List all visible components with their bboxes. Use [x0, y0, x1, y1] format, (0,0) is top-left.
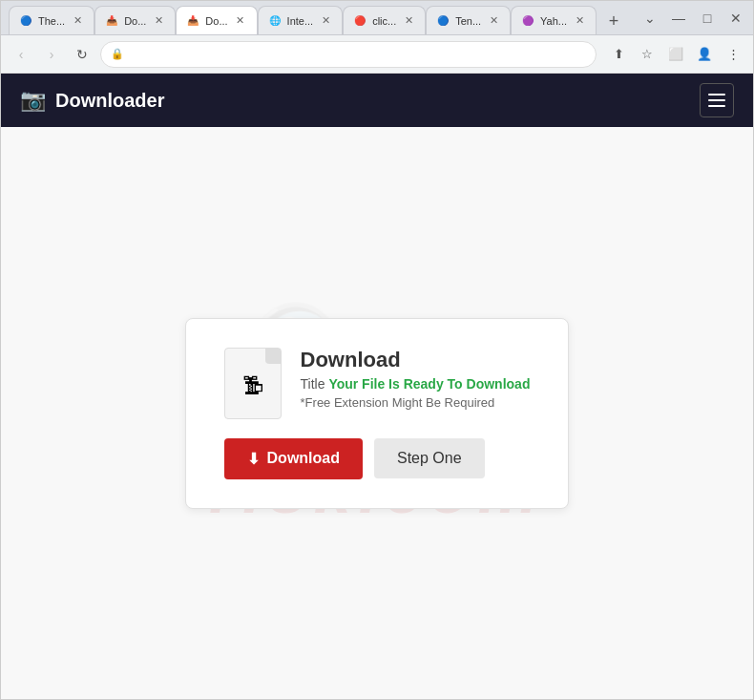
browser-window: 🔵 The... ✕ 📥 Do... ✕ 📥 Do... ✕ 🌐 Inte...…: [0, 0, 754, 700]
share-icon[interactable]: ⬆: [606, 42, 631, 67]
download-button[interactable]: ⬇ Download: [224, 438, 363, 479]
hamburger-line-2: [708, 99, 725, 101]
tab-4-favicon: 🌐: [268, 14, 282, 28]
profile-icon[interactable]: 👤: [692, 42, 717, 67]
zip-icon: 🗜: [242, 374, 263, 399]
tab-2-favicon: 📥: [105, 14, 118, 28]
extensions-icon[interactable]: ⬜: [663, 42, 688, 67]
title-bar: 🔵 The... ✕ 📥 Do... ✕ 📥 Do... ✕ 🌐 Inte...…: [1, 1, 753, 35]
card-title: Download: [301, 348, 531, 372]
tab-6-label: Ten...: [455, 15, 481, 27]
tab-7-close[interactable]: ✕: [573, 14, 586, 28]
hamburger-line-1: [708, 94, 725, 95]
card-top: 🗜 Download Title Your File Is Ready To D…: [224, 348, 531, 419]
back-button[interactable]: ‹: [9, 42, 33, 67]
address-bar[interactable]: 🔒: [100, 41, 597, 68]
address-bar-row: ‹ › ↻ 🔒 ⬆ ☆ ⬜ 👤 ⋮: [1, 35, 753, 74]
card-note: *Free Extension Might Be Required: [301, 395, 531, 410]
download-card: 🗜 Download Title Your File Is Ready To D…: [185, 318, 570, 509]
bookmark-icon[interactable]: ☆: [635, 42, 660, 67]
hamburger-button[interactable]: [700, 83, 734, 117]
tab-7-label: Yah...: [540, 15, 567, 27]
tab-3-favicon: 📥: [186, 14, 199, 28]
tab-1[interactable]: 🔵 The... ✕: [9, 6, 94, 34]
hamburger-line-3: [708, 105, 725, 107]
subtitle-prefix: Title: [301, 376, 329, 392]
tab-1-close[interactable]: ✕: [71, 14, 84, 28]
app-brand: 📷 Downloader: [20, 88, 164, 113]
menu-icon[interactable]: ⋮: [721, 42, 745, 67]
tab-6[interactable]: 🔵 Ten... ✕: [426, 6, 511, 34]
card-subtitle: Title Your File Is Ready To Download: [301, 376, 531, 392]
tab-3-label: Do...: [205, 15, 227, 27]
new-tab-button[interactable]: +: [600, 8, 627, 34]
tab-7-favicon: 🟣: [521, 14, 534, 28]
tab-5[interactable]: 🔴 clic... ✕: [343, 6, 426, 34]
tab-4-label: Inte...: [287, 15, 314, 27]
card-info: Download Title Your File Is Ready To Dow…: [301, 348, 531, 410]
camera-icon: 📷: [20, 88, 46, 113]
tab-3-close[interactable]: ✕: [234, 14, 247, 28]
tab-5-favicon: 🔴: [353, 14, 367, 28]
tab-4[interactable]: 🌐 Inte... ✕: [258, 6, 344, 34]
main-content: 🔍 pc risk.com 🗜 Download Title Your File…: [1, 127, 753, 699]
tab-3[interactable]: 📥 Do... ✕: [176, 6, 257, 34]
brand-name: Downloader: [55, 90, 164, 112]
download-button-label: Download: [267, 450, 340, 467]
tab-5-close[interactable]: ✕: [402, 14, 415, 28]
tab-6-close[interactable]: ✕: [487, 14, 500, 28]
close-button[interactable]: ✕: [726, 9, 745, 28]
tab-4-close[interactable]: ✕: [319, 14, 332, 28]
minimize-button[interactable]: —: [669, 9, 688, 28]
card-buttons: ⬇ Download Step One: [224, 438, 485, 479]
maximize-button[interactable]: □: [698, 9, 717, 28]
tab-7[interactable]: 🟣 Yah... ✕: [511, 6, 597, 34]
address-bar-actions: ⬆ ☆ ⬜ 👤 ⋮: [606, 42, 745, 67]
subtitle-highlight: Your File Is Ready To Download: [328, 376, 530, 392]
tab-2-close[interactable]: ✕: [152, 14, 165, 28]
tabs-area: 🔵 The... ✕ 📥 Do... ✕ 📥 Do... ✕ 🌐 Inte...…: [9, 1, 640, 34]
window-controls: ⌄ — □ ✕: [640, 9, 745, 28]
tab-1-favicon: 🔵: [19, 14, 32, 28]
app-navbar: 📷 Downloader: [1, 74, 753, 127]
file-icon: 🗜: [224, 348, 282, 419]
step-one-label: Step One: [397, 450, 462, 466]
tab-2[interactable]: 📥 Do... ✕: [94, 6, 176, 34]
forward-button[interactable]: ›: [39, 42, 64, 67]
tab-6-favicon: 🔵: [436, 14, 450, 28]
step-one-button[interactable]: Step One: [374, 438, 485, 478]
tab-2-label: Do...: [124, 15, 146, 27]
download-icon: ⬇: [247, 450, 260, 468]
refresh-button[interactable]: ↻: [70, 42, 94, 67]
tab-1-label: The...: [38, 15, 65, 27]
lock-icon: 🔒: [111, 48, 124, 60]
tab-5-label: clic...: [372, 15, 396, 27]
chevron-down-icon[interactable]: ⌄: [640, 9, 660, 28]
